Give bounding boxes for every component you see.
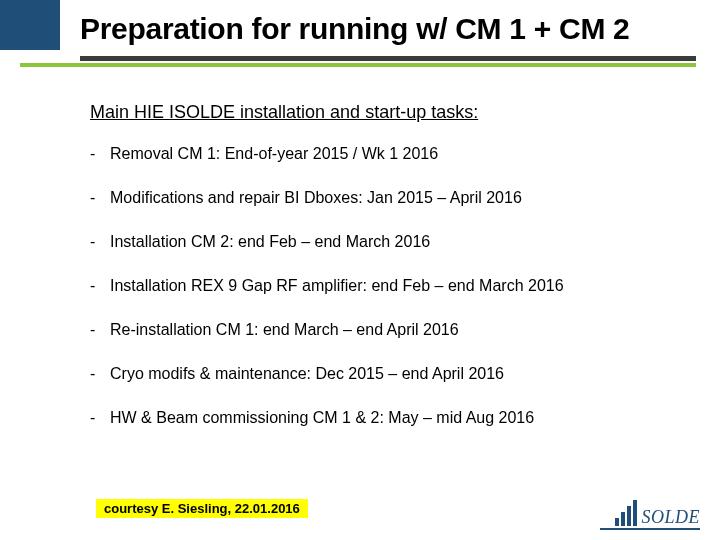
credit-highlight: courtesy E. Siesling, 22.01.2016 xyxy=(96,499,308,518)
slide-title: Preparation for running w/ CM 1 + CM 2 xyxy=(80,12,630,46)
subheading: Main HIE ISOLDE installation and start-u… xyxy=(90,102,680,123)
task-item: Removal CM 1: End-of-year 2015 / Wk 1 20… xyxy=(90,145,680,163)
divider-dark xyxy=(80,56,696,61)
slide-content: Main HIE ISOLDE installation and start-u… xyxy=(90,102,680,453)
logo-bars-icon xyxy=(615,500,637,526)
task-item: Re-installation CM 1: end March – end Ap… xyxy=(90,321,680,339)
task-item: Installation CM 2: end Feb – end March 2… xyxy=(90,233,680,251)
task-item: HW & Beam commissioning CM 1 & 2: May – … xyxy=(90,409,680,427)
task-item: Cryo modifs & maintenance: Dec 2015 – en… xyxy=(90,365,680,383)
corner-decoration xyxy=(0,0,60,50)
slide-header: Preparation for running w/ CM 1 + CM 2 xyxy=(0,0,720,74)
task-item: Installation REX 9 Gap RF amplifier: end… xyxy=(90,277,680,295)
divider-green xyxy=(20,63,696,67)
task-item: Modifications and repair BI Dboxes: Jan … xyxy=(90,189,680,207)
logo-underline xyxy=(600,528,700,530)
task-list: Removal CM 1: End-of-year 2015 / Wk 1 20… xyxy=(90,145,680,427)
isolde-logo: SOLDE xyxy=(615,500,700,526)
logo-text: SOLDE xyxy=(641,508,700,526)
